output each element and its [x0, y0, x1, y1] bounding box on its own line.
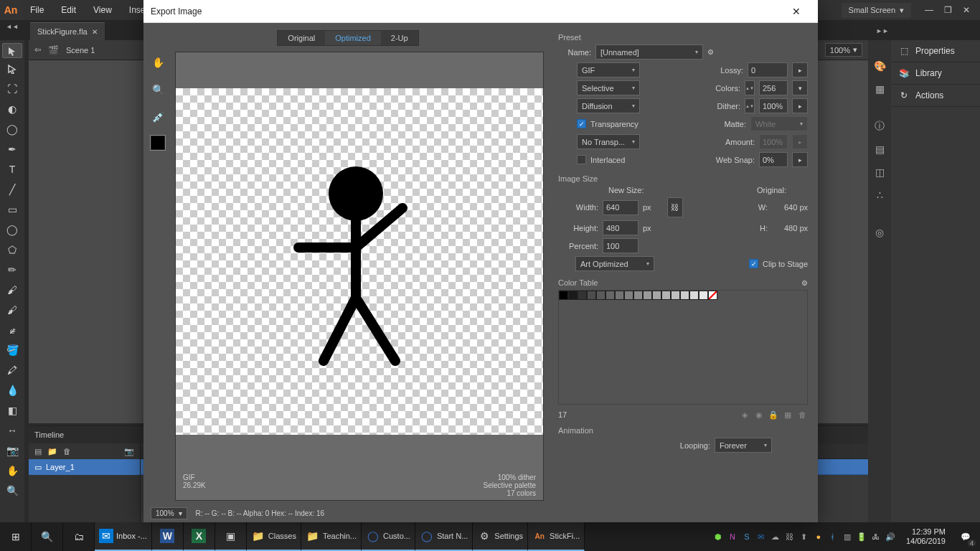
height-input[interactable]: 480 — [603, 220, 639, 235]
preview-zoom-select[interactable]: 100% ▾ — [151, 507, 187, 519]
add-color-icon[interactable]: ▦ — [782, 410, 793, 422]
ellipse-marquee-tool[interactable]: ◯ — [2, 120, 22, 138]
library-panel-tab[interactable]: 📚 Library — [891, 62, 980, 85]
colors-menu-button[interactable]: ▾ — [792, 80, 808, 95]
lossy-slider-button[interactable]: ▸ — [792, 62, 808, 77]
layer-row[interactable]: ▭ Layer_1 — [29, 459, 140, 475]
menu-view[interactable]: View — [85, 0, 121, 20]
color-swatch[interactable] — [643, 291, 652, 300]
map-transp-icon[interactable]: ◈ — [739, 410, 750, 422]
cc-libraries-icon[interactable]: ◎ — [871, 224, 888, 241]
percent-input[interactable]: 100 — [603, 238, 639, 253]
menu-file[interactable]: File — [22, 0, 52, 20]
color-swatch[interactable] — [624, 291, 633, 300]
dither-slider-button[interactable]: ▸ — [792, 98, 808, 113]
looping-select[interactable]: Forever ▾ — [715, 438, 772, 453]
lasso-tool[interactable]: ◐ — [2, 100, 22, 118]
free-transform-tool[interactable]: ⛶ — [2, 80, 22, 98]
taskbar-item[interactable]: ▣ — [215, 522, 247, 551]
quality-select[interactable]: Art Optimized ▾ — [575, 256, 654, 271]
websnap-input[interactable]: 0% — [759, 152, 788, 167]
color-swatch[interactable] — [661, 291, 671, 300]
menu-edit[interactable]: Edit — [52, 0, 85, 20]
tab-optimized[interactable]: Optimized — [325, 31, 381, 45]
bluetooth-icon[interactable]: ᚼ — [827, 531, 839, 542]
taskbar-item[interactable]: 🔍 — [32, 522, 63, 551]
components-panel-icon[interactable]: ∴ — [871, 187, 888, 204]
taskbar-item[interactable]: 📁Teachin... — [301, 522, 362, 551]
width-input[interactable]: 640 — [603, 200, 639, 215]
close-tab-icon[interactable]: ✕ — [92, 28, 98, 36]
eyedropper-icon[interactable]: 💉 — [149, 108, 167, 126]
taskbar-item[interactable]: ⚙Settings — [473, 522, 528, 551]
taskbar-item[interactable]: W — [152, 522, 184, 551]
color-table-options-icon[interactable]: ⚙ — [801, 279, 808, 287]
dither-method-select[interactable]: Diffusion ▾ — [577, 98, 640, 113]
interlaced-checkbox[interactable] — [577, 155, 586, 164]
info-panel-icon[interactable]: ⓘ — [871, 118, 888, 135]
swatches-panel-icon[interactable]: ▦ — [871, 80, 888, 98]
zoom-tool-icon[interactable]: 🔍 — [149, 80, 167, 99]
delete-layer-icon[interactable]: 🗑 — [63, 447, 71, 456]
link-dimensions-icon[interactable]: ⛓ — [667, 197, 683, 217]
eyedropper-tool[interactable]: 💧 — [2, 381, 22, 400]
taskbar-item[interactable]: ⊞ — [0, 522, 32, 551]
workspace-switcher[interactable]: Small Screen ▾ — [842, 3, 911, 18]
bone-tool[interactable]: ⸙ — [2, 321, 22, 339]
color-table[interactable] — [558, 290, 808, 405]
network-icon[interactable]: 🖧 — [870, 531, 882, 542]
color-swatch[interactable] — [708, 291, 717, 300]
pencil-tool[interactable]: ✏ — [2, 260, 22, 279]
pen-tool[interactable]: ✒ — [2, 140, 22, 159]
color-swatch[interactable] — [596, 291, 606, 300]
dialog-close-button[interactable]: ✕ — [782, 1, 811, 22]
stage-zoom[interactable]: 100% ▾ — [825, 43, 862, 57]
taskbar-item[interactable]: ✉Inbox -... — [95, 522, 152, 551]
align-panel-icon[interactable]: ▤ — [871, 141, 888, 158]
hand-tool-icon[interactable]: ✋ — [149, 53, 167, 72]
close-app-button[interactable]: ✕ — [960, 4, 973, 16]
preset-options-icon[interactable]: ⚙ — [707, 48, 714, 56]
preset-name-select[interactable]: [Unnamed] ▾ — [595, 44, 703, 60]
taskbar-item[interactable]: AnStickFi... — [528, 522, 585, 551]
tray-icon[interactable]: ⬢ — [712, 531, 724, 542]
collapse-left-icon[interactable]: ◄◄ — [6, 23, 19, 30]
taskbar-clock[interactable]: 12:39 PM 14/06/2019 — [900, 527, 951, 546]
color-swatch[interactable] — [633, 291, 643, 300]
dither-input[interactable]: 100% — [759, 98, 788, 113]
zoom-tool-panel[interactable]: 🔍 — [2, 481, 22, 500]
selection-tool[interactable] — [2, 43, 22, 58]
taskbar-item[interactable]: X — [184, 522, 215, 551]
maximize-button[interactable]: ❐ — [941, 4, 954, 16]
dialog-titlebar[interactable]: Export Image ✕ — [143, 0, 818, 23]
color-swatch[interactable] — [652, 291, 661, 300]
new-layer-icon[interactable]: ▤ — [34, 447, 42, 456]
color-swatch[interactable] — [680, 291, 689, 300]
taskbar-item[interactable]: ◯Custo... — [362, 522, 415, 551]
color-swatch[interactable] — [671, 291, 680, 300]
transparency-checkbox[interactable]: ✓ — [577, 119, 586, 128]
collapse-right-icon[interactable]: ►► — [876, 27, 889, 34]
paint-brush-tool[interactable]: 🖌 — [2, 301, 22, 319]
taskbar-item[interactable]: 📁Classes — [247, 522, 301, 551]
camera-tool[interactable]: 📷 — [2, 441, 22, 460]
color-swatch[interactable] — [578, 291, 587, 300]
clip-to-stage-checkbox[interactable]: ✓ — [749, 259, 758, 268]
format-select[interactable]: GIF ▾ — [577, 62, 640, 77]
rectangle-tool[interactable]: ▭ — [2, 200, 22, 219]
eraser-tool[interactable]: ◧ — [2, 401, 22, 420]
color-swatch[interactable] — [699, 291, 708, 300]
tray-icon[interactable]: N — [727, 531, 738, 542]
actions-panel-tab[interactable]: ↻ Actions — [891, 85, 980, 107]
color-swatch[interactable] — [559, 291, 568, 300]
color-swatch[interactable] — [606, 291, 615, 300]
lossy-input[interactable]: 0 — [748, 62, 788, 77]
action-center-icon[interactable]: 💬4 — [951, 522, 980, 551]
hand-tool[interactable]: ✋ — [2, 461, 22, 480]
tray-icon[interactable]: ☁ — [770, 531, 781, 542]
back-arrow-icon[interactable]: ⇦ — [34, 45, 41, 55]
taskbar-item[interactable]: 🗂 — [63, 522, 95, 551]
tab-original[interactable]: Original — [278, 31, 325, 45]
ink-bottle-tool[interactable]: 🖍 — [2, 361, 22, 380]
color-swatch[interactable] — [587, 291, 596, 300]
